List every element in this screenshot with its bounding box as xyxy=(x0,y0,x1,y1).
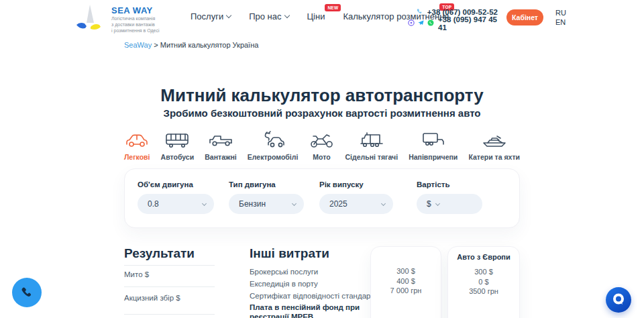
nav-services[interactable]: Послуги xyxy=(191,11,231,21)
tab-electric-cars[interactable]: Електромобілі xyxy=(248,129,299,161)
year-label: Рік випуску xyxy=(319,180,393,189)
call-button[interactable] xyxy=(12,278,42,307)
chat-bubble-icon xyxy=(610,291,627,309)
phone-icon xyxy=(416,7,423,16)
breadcrumb-current: Митний калькулятор Україна xyxy=(160,41,259,49)
tab-cars[interactable]: Легкові xyxy=(124,129,150,161)
certificate-item: Сертифікат відповідності стандартам xyxy=(250,292,384,300)
car-icon xyxy=(124,129,150,148)
engine-type-select[interactable]: Бензин xyxy=(229,194,304,214)
motorcycle-icon xyxy=(309,129,334,148)
year-select[interactable]: 2025 xyxy=(319,194,393,214)
sea-way-logo-icon xyxy=(74,4,106,35)
lang-en[interactable]: EN xyxy=(555,17,566,27)
breadcrumb-home-link[interactable]: SeaWay xyxy=(124,41,152,49)
excise-row: Акцизний збір $ xyxy=(124,294,180,302)
duty-row: Мито $ xyxy=(124,270,149,278)
price-value: 400 $ xyxy=(371,276,441,286)
pension-fund-item: Плата в пенсійний фонд при реєстрації МР… xyxy=(250,303,364,318)
broker-services-item: Брокерські послуги xyxy=(250,268,318,276)
vehicle-type-tabs: Легкові Автобуси Вантажні xyxy=(124,129,520,161)
trailer-icon xyxy=(421,129,446,148)
tab-semi-trailers[interactable]: Напівпричепи xyxy=(409,129,458,161)
header-contacts: +38 (067) 009-52-52 +38 (095) 947 45 41 xyxy=(408,7,498,30)
cost-currency-input[interactable]: $ xyxy=(417,194,482,214)
breadcrumb: SeaWay > Митний калькулятор Україна xyxy=(124,41,258,49)
nav-prices[interactable]: Ціни NEW xyxy=(307,11,325,21)
bus-icon xyxy=(164,129,190,148)
price-card-title: Авто з Європи xyxy=(448,253,519,261)
chevron-down-icon xyxy=(226,13,231,18)
chevron-down-icon xyxy=(381,201,386,205)
page: SEA WAY Логістична компанія з доставки в… xyxy=(0,0,644,318)
tab-moto[interactable]: Мото xyxy=(309,129,334,161)
brand-name: SEA WAY xyxy=(111,5,160,15)
chevron-down-icon xyxy=(284,13,289,18)
nav-about[interactable]: Про нас xyxy=(249,11,288,21)
cost-label: Вартість xyxy=(417,180,482,189)
other-costs-section: Інші витрати Брокерські послуги Експедиц… xyxy=(250,246,374,261)
port-expedition-item: Експедиція в порту xyxy=(250,280,318,288)
breadcrumb-separator: > xyxy=(152,41,160,49)
phone-icon xyxy=(20,285,34,301)
brand-tagline: Логістична компанія з доставки вантажів … xyxy=(111,15,160,34)
tab-buses[interactable]: Автобуси xyxy=(161,129,195,161)
tab-boats-yachts[interactable]: Катери та яхти xyxy=(468,129,520,161)
results-section: Результати Мито $ Акцизний збір $ xyxy=(124,246,215,261)
truck-icon xyxy=(208,129,233,148)
viber-icon[interactable] xyxy=(408,19,415,28)
chat-widget-button[interactable] xyxy=(606,287,631,313)
price-value: 3500 грн xyxy=(448,286,519,297)
price-card-1: 300 $ 400 $ 7 000 грн xyxy=(370,246,441,318)
cabinet-button[interactable]: Кабінет xyxy=(506,9,543,25)
yacht-icon xyxy=(482,129,507,148)
chevron-down-icon xyxy=(292,201,297,205)
engine-volume-select[interactable]: 0.8 xyxy=(138,194,214,214)
electric-car-icon xyxy=(260,129,286,148)
whatsapp-icon[interactable] xyxy=(427,19,434,28)
tab-semi-trucks[interactable]: Сідельні тягачі xyxy=(345,129,398,161)
semi-truck-icon xyxy=(359,129,384,148)
engine-type-label: Тип двигуна xyxy=(229,180,304,189)
logo[interactable]: SEA WAY Логістична компанія з доставки в… xyxy=(74,4,160,35)
page-title: Митний калькулятор автотранспорту xyxy=(0,85,644,106)
engine-volume-label: Об'єм двигуна xyxy=(138,180,214,189)
other-costs-title: Інші витрати xyxy=(250,246,374,261)
page-subtitle: Зробимо безкоштовний розрахунок вартості… xyxy=(0,107,644,119)
chevron-down-icon xyxy=(435,201,440,205)
language-switcher: RU EN xyxy=(555,8,566,27)
new-badge: NEW xyxy=(325,4,341,11)
price-value: 7 000 грн xyxy=(371,286,441,296)
lang-ru[interactable]: RU xyxy=(555,8,566,17)
price-value: 300 $ xyxy=(371,266,441,276)
results-title: Результати xyxy=(124,246,215,261)
telegram-icon[interactable] xyxy=(417,19,425,28)
tab-trucks[interactable]: Вантажні xyxy=(205,129,236,161)
calculator-form: Об'єм двигуна 0.8 Тип двигуна Бензин Рік… xyxy=(124,168,520,228)
chevron-down-icon xyxy=(202,201,207,205)
phone-number-2[interactable]: +38 (095) 947 45 41 xyxy=(438,15,498,32)
price-value: 300 $ xyxy=(448,267,519,277)
price-value: 0 $ xyxy=(448,277,519,287)
price-card-europe: Авто з Європи 300 $ 0 $ 3500 грн xyxy=(447,246,520,318)
